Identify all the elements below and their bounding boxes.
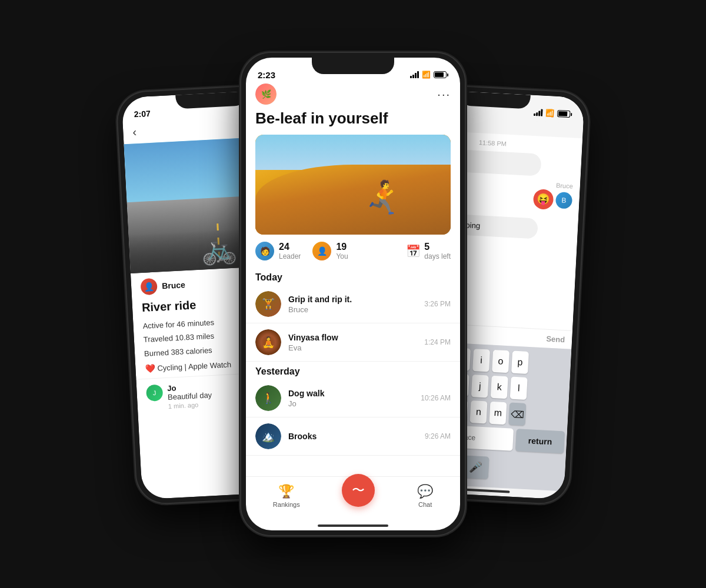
group-avatar-img: 🌿 [255,83,277,105]
pulse-icon: 〜 [352,482,365,499]
challenge-image: 🏃 [255,135,451,235]
mic-button[interactable]: 🎤 [462,455,489,479]
jo-avatar: J [146,385,163,402]
rankings-icon: 🏆 [278,484,294,499]
key-l[interactable]: l [510,377,528,400]
send-button[interactable]: Send [546,335,565,345]
back-button[interactable]: ‹ [132,125,137,139]
chat-nav-item[interactable]: 💬 Chat [405,482,445,510]
challenge-title: Be-leaf in yourself [246,109,460,135]
key-i[interactable]: i [472,349,490,372]
yesterday-section-label: Yesterday [246,362,460,379]
more-menu-button[interactable]: ··· [437,88,451,101]
brooks-activity-time: 9:26 AM [425,432,451,440]
bottom-nav: 🏆 Rankings 〜 💬 Chat [246,476,460,522]
you-stat: 👤 19 You [312,242,348,260]
bruce-activity-avatar: 🏋️ [255,291,281,317]
center-wifi-icon: 📶 [422,71,431,79]
center-header: 🌿 ··· [246,83,460,109]
bruce-activity-name: Grip it and rip it. [288,295,417,304]
chat-icon: 💬 [417,484,433,499]
activity-item-jo[interactable]: 🚶 Dog walk Jo 10:26 AM [246,379,460,417]
reaction-emoji: 😝 [537,193,550,206]
center-home-indicator [318,524,388,527]
key-delete[interactable]: ⌫ [508,402,526,425]
days-count: 5 [424,242,451,252]
bruce-activity-user: Bruce [288,305,417,314]
leader-count: 24 [279,242,301,252]
jo-activity-avatar: 🚶 [255,385,281,411]
activity-item-bruce[interactable]: 🏋️ Grip it and rip it. Bruce 3:26 PM [246,285,460,323]
jo-activity-time: 10:26 AM [421,394,451,402]
heart-icon: ❤️ [145,363,155,373]
fab-pulse-button[interactable]: 〜 [342,474,375,507]
center-phone: 2:23 📶 � [241,53,465,535]
eva-activity-name: Vinyasa flow [288,333,417,342]
username-label: Bruce [162,280,185,290]
left-time: 2:07 [134,104,151,119]
sender-avatar-small: B [555,192,572,209]
brooks-activity-info: Brooks [288,432,418,441]
eva-activity-info: Vinyasa flow Eva [288,333,417,352]
bruce-activity-info: Grip it and rip it. Bruce [288,295,417,314]
center-battery-icon [434,71,448,78]
key-return[interactable]: return [515,429,565,453]
stats-row: 🧑 24 Leader 👤 19 You [246,235,460,268]
reaction-row: 😝 B [533,189,573,211]
days-left-stat: 📅 5 days left [406,242,451,260]
activity-tag: ❤️ Cycling | Apple Watch [145,359,231,373]
activity-item-brooks[interactable]: 🏔️ Brooks 9:26 AM [246,417,460,456]
key-n[interactable]: n [470,400,488,423]
days-label: days left [424,252,451,260]
right-battery-icon [557,110,572,118]
brooks-activity-name: Brooks [288,432,418,441]
leader-stat: 🧑 24 Leader [255,242,301,260]
activity-list: 🏋️ Grip it and rip it. Bruce 3:26 PM 🧘 V… [246,285,460,476]
eva-activity-avatar: 🧘 [255,329,281,355]
you-label: You [336,252,348,260]
eva-activity-time: 1:24 PM [424,338,451,346]
you-avatar: 👤 [312,242,331,260]
right-signal-icon [534,109,543,116]
jo-activity-name: Dog walk [288,389,414,398]
jo-activity-user: Jo [288,399,414,408]
leader-label: Leader [279,252,301,260]
rankings-label: Rankings [273,501,300,508]
center-signal-icon [410,71,419,78]
key-o[interactable]: o [492,350,509,373]
today-section-label: Today [246,268,460,285]
group-avatar[interactable]: 🌿 [255,83,277,105]
runner-figure: 🏃 [363,179,404,217]
jo-activity-info: Dog walk Jo [288,389,414,408]
bruce-small-avatar: 👤 [140,278,157,295]
bruce-activity-time: 3:26 PM [424,300,451,308]
leader-avatar: 🧑 [255,242,274,260]
calendar-icon: 📅 [406,244,421,258]
right-wifi-icon: 📶 [545,109,555,118]
chat-label: Chat [418,501,432,508]
center-notch [312,58,394,74]
reaction-emoji-bubble: 😝 [533,189,554,210]
key-j[interactable]: j [471,375,489,397]
key-p[interactable]: p [511,351,529,374]
center-time: 2:23 [258,65,275,80]
message-sender-label: Bruce [556,182,573,189]
rankings-nav-item[interactable]: 🏆 Rankings [261,482,312,510]
key-m[interactable]: m [489,402,507,425]
eva-activity-user: Eva [288,343,417,352]
you-count: 19 [336,242,348,252]
activity-item-eva[interactable]: 🧘 Vinyasa flow Eva 1:24 PM [246,323,460,362]
key-k[interactable]: k [491,376,508,399]
brooks-activity-avatar: 🏔️ [255,423,281,449]
